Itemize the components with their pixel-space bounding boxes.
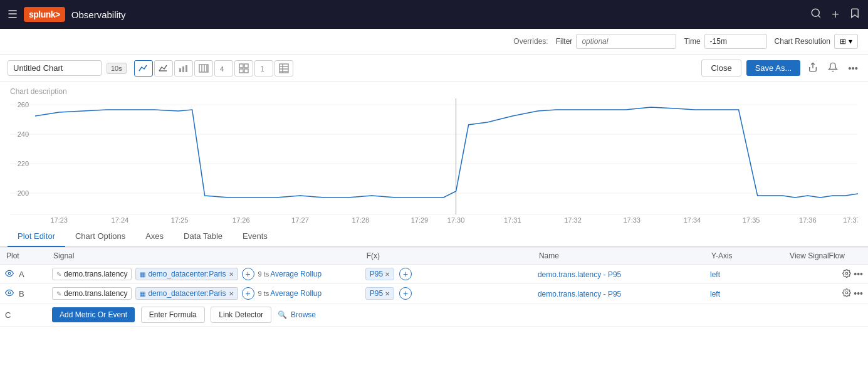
row-b-actions-cell: ••• <box>783 284 868 303</box>
app-title: Observability <box>71 9 805 20</box>
more-options-icon[interactable]: ••• <box>845 60 860 76</box>
svg-text:17:26: 17:26 <box>233 216 250 224</box>
alert-icon[interactable] <box>825 60 840 76</box>
chart-type-table[interactable] <box>275 60 293 76</box>
svg-text:17:34: 17:34 <box>684 216 701 224</box>
chart-area: Chart description 260 240 220 200 17:23 … <box>0 82 868 226</box>
svg-rect-14 <box>244 69 248 73</box>
tab-events[interactable]: Events <box>233 226 278 247</box>
svg-text:17:23: 17:23 <box>50 216 68 224</box>
svg-text:1: 1 <box>260 65 264 73</box>
pencil-icon: ✎ <box>56 271 61 278</box>
row-a-add-filter[interactable]: + <box>242 268 254 280</box>
row-b-add-fx[interactable]: + <box>399 287 412 300</box>
close-button[interactable]: Close <box>701 60 741 76</box>
add-icon[interactable]: + <box>832 8 839 22</box>
row-a-filter-remove[interactable]: ✕ <box>229 271 234 278</box>
row-b-more-button[interactable]: ••• <box>854 288 863 298</box>
time-group: Time <box>684 34 766 49</box>
row-a-visibility-toggle[interactable] <box>5 269 14 280</box>
svg-point-50 <box>846 292 849 294</box>
share-icon[interactable] <box>805 60 820 76</box>
tab-plot-editor[interactable]: Plot Editor <box>8 226 65 247</box>
time-label: Time <box>684 37 700 46</box>
row-b-visibility-toggle[interactable] <box>5 288 14 299</box>
link-detector-button[interactable]: Link Detector <box>211 307 271 323</box>
row-a-metric-text: demo.trans.latency <box>64 270 127 278</box>
svg-rect-4 <box>182 66 184 72</box>
search-icon[interactable] <box>810 8 822 22</box>
row-b-yaxis-link[interactable]: left <box>710 290 720 298</box>
row-a-settings-button[interactable] <box>842 269 851 280</box>
row-b-label: B <box>19 289 24 298</box>
col-header-name: Name <box>533 248 705 265</box>
tab-chart-options[interactable]: Chart Options <box>65 226 135 247</box>
row-b-filter-pill[interactable]: ▦ demo_datacenter:Paris ✕ <box>135 287 238 300</box>
signal-table-section: Plot Signal F(x) Name Y-Axis View Signal… <box>0 247 868 327</box>
row-a-fx-remove[interactable]: ✕ <box>385 271 390 278</box>
row-a-yaxis-link[interactable]: left <box>710 270 720 279</box>
svg-point-47 <box>8 272 11 275</box>
enter-formula-button[interactable]: Enter Formula <box>141 307 205 323</box>
row-b-name-link[interactable]: demo.trans.latency - P95 <box>538 290 621 298</box>
browse-icon: 🔍 <box>278 310 287 319</box>
row-b-filter-remove[interactable]: ✕ <box>229 290 234 297</box>
save-as-button[interactable]: Save As... <box>746 60 801 76</box>
svg-rect-13 <box>239 69 243 73</box>
row-b-plot-cell: B <box>0 284 47 303</box>
chart-res-icon: ⊞ <box>840 37 846 46</box>
overrides-bar: Overrides: Filter Time Chart Resolution … <box>0 29 868 55</box>
filter-icon: ▦ <box>140 271 145 278</box>
row-b-fx-pill[interactable]: P95 ✕ <box>365 287 394 300</box>
row-b-settings-button[interactable] <box>842 288 851 299</box>
row-b-signal-inner: ✎ demo.trans.latency ▦ demo_datacenter:P… <box>52 287 355 300</box>
row-b-name-cell: demo.trans.latency - P95 <box>533 284 705 303</box>
add-metric-button[interactable]: Add Metric Or Event <box>52 307 135 322</box>
chart-type-histogram[interactable] <box>194 60 213 76</box>
browse-label: Browse <box>291 310 316 319</box>
row-a-fx-cell: P95 ✕ + <box>360 265 533 284</box>
row-a-signal-cell: ✎ demo.trans.latency ▦ demo_datacenter:P… <box>47 265 360 284</box>
col-header-view-sf: View SignalFlow <box>783 248 868 265</box>
svg-rect-3 <box>179 68 181 72</box>
row-a-metric-pill[interactable]: ✎ demo.trans.latency <box>52 268 132 280</box>
row-a-more-button[interactable]: ••• <box>854 269 863 279</box>
row-b-fx-remove[interactable]: ✕ <box>385 290 390 297</box>
overrides-label: Overrides: <box>513 37 548 46</box>
row-b-metric-pill[interactable]: ✎ demo.trans.latency <box>52 287 132 300</box>
chart-type-single-value[interactable]: 4 <box>214 60 233 76</box>
splunk-logo: splunk> <box>24 7 65 22</box>
chart-type-line[interactable] <box>134 60 153 76</box>
row-a-name-cell: demo.trans.latency - P95 <box>533 265 705 284</box>
row-a-rollup[interactable]: Average Rollup <box>270 270 322 278</box>
filter-input[interactable] <box>576 34 676 49</box>
row-a-name-link[interactable]: demo.trans.latency - P95 <box>538 270 621 279</box>
row-a-add-fx[interactable]: + <box>399 268 412 280</box>
browse-button[interactable]: 🔍 Browse <box>278 310 316 319</box>
svg-text:17:28: 17:28 <box>352 216 369 224</box>
chart-type-bar[interactable] <box>174 60 193 76</box>
row-a-fx-pill[interactable]: P95 ✕ <box>365 268 394 280</box>
tab-axes[interactable]: Axes <box>135 226 174 247</box>
svg-rect-11 <box>239 64 243 68</box>
row-b-add-filter[interactable]: + <box>242 287 254 300</box>
chart-resolution-button[interactable]: ⊞ ▾ <box>834 34 858 49</box>
chart-type-area[interactable] <box>154 60 173 76</box>
svg-text:220: 220 <box>18 160 29 167</box>
bookmark-icon[interactable] <box>849 8 860 22</box>
row-b-rollup[interactable]: Average Rollup <box>270 289 322 298</box>
chart-title-input[interactable] <box>8 60 102 76</box>
tab-data-table[interactable]: Data Table <box>174 226 233 247</box>
chart-type-icons: 4 1 <box>134 60 293 76</box>
svg-text:17:33: 17:33 <box>623 216 641 224</box>
chart-type-grid[interactable] <box>234 60 253 76</box>
row-b-yaxis-cell: left <box>705 284 783 303</box>
row-b-fx-cell: P95 ✕ + <box>360 284 533 303</box>
svg-point-48 <box>846 272 849 275</box>
time-input[interactable] <box>704 34 767 49</box>
filter-icon: ▦ <box>140 290 145 297</box>
hamburger-menu[interactable]: ☰ <box>8 8 18 21</box>
chart-type-number[interactable]: 1 <box>254 60 273 76</box>
row-a-filter-pill[interactable]: ▦ demo_datacenter:Paris ✕ <box>135 268 238 280</box>
refresh-badge: 10s <box>107 63 127 74</box>
